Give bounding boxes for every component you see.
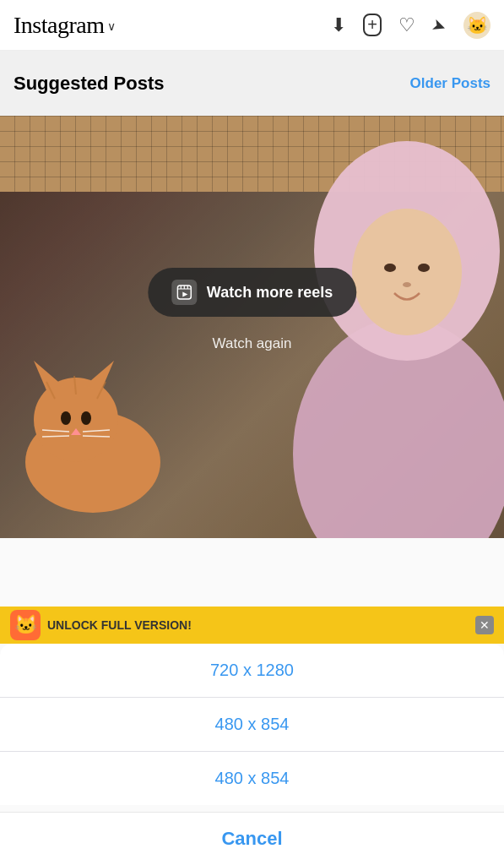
svg-point-10 [61,411,71,425]
action-sheet-options: 720 x 1280 480 x 854 480 x 854 [0,644,504,805]
svg-line-16 [83,436,110,437]
cat-illustration [8,352,177,521]
resolution-option-1[interactable]: 720 x 1280 [0,644,504,698]
resolution-option-2[interactable]: 480 x 854 [0,698,504,752]
header-icons-group: ⬇ + ♡ ➤ 🐱 [331,12,490,39]
svg-point-4 [418,264,430,272]
send-icon[interactable]: ➤ [429,13,449,36]
suggested-posts-title: Suggested Posts [14,73,164,95]
app-logo[interactable]: Instagram ∨ [14,12,116,39]
cancel-button[interactable]: Cancel [0,812,504,865]
resolution-option-1-label: 720 x 1280 [210,661,294,680]
svg-point-2 [352,209,462,335]
resolution-option-3[interactable]: 480 x 854 [0,752,504,805]
action-sheet: 🐱 Unlock full version! ✕ 720 x 1280 480 … [0,607,504,865]
download-icon[interactable]: ⬇ [331,14,346,36]
ad-banner-text: Unlock full version! [41,618,475,632]
watch-again-label[interactable]: Watch again [213,335,292,352]
avatar[interactable]: 🐱 [463,12,490,39]
svg-marker-25 [182,292,187,297]
video-content-area: Watch more reels Watch again [0,116,504,538]
person-illustration [234,116,504,538]
ad-close-button[interactable]: ✕ [475,616,494,634]
ad-cat-icon: 🐱 [10,610,41,640]
older-posts-link[interactable]: Older Posts [410,75,490,92]
svg-marker-9 [84,361,114,390]
resolution-option-2-label: 480 x 854 [215,715,290,734]
resolution-option-3-label: 480 x 854 [215,769,290,788]
reels-icon [171,280,197,305]
cancel-label: Cancel [221,828,282,850]
watch-reels-label: Watch more reels [207,284,333,302]
svg-point-11 [81,411,91,425]
suggested-posts-bar: Suggested Posts Older Posts [0,51,504,116]
chevron-down-icon[interactable]: ∨ [107,19,116,34]
logo-text: Instagram [14,12,104,39]
svg-point-5 [403,282,411,287]
add-post-icon[interactable]: + [363,14,382,36]
app-header: Instagram ∨ ⬇ + ♡ ➤ 🐱 [0,0,504,51]
ad-banner: 🐱 Unlock full version! ✕ [0,607,504,644]
heart-icon[interactable]: ♡ [398,14,415,36]
svg-point-3 [384,264,396,272]
svg-line-14 [42,436,69,437]
watch-reels-button[interactable]: Watch more reels [148,268,356,317]
